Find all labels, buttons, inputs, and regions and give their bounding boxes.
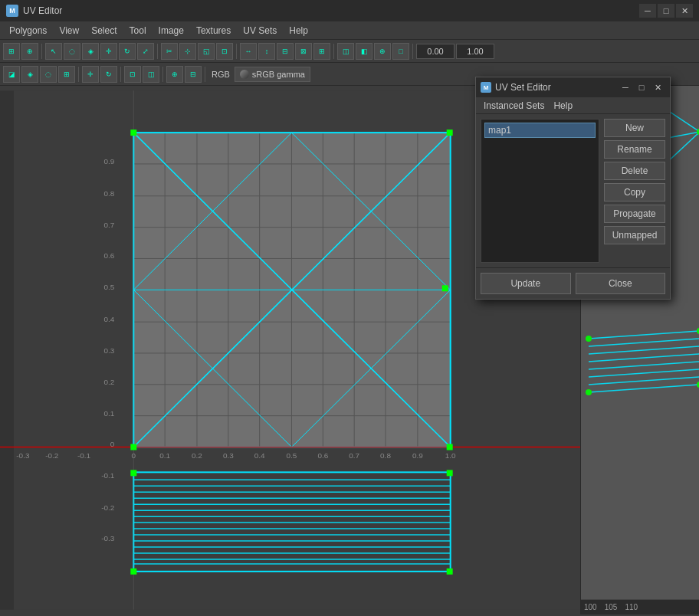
svg-rect-63 — [447, 568, 453, 575]
align2-btn[interactable]: ⊟ — [185, 66, 202, 83]
dialog-title-bar: M UV Set Editor ─ □ ✕ — [476, 77, 670, 97]
propagate-button[interactable]: Propagate — [604, 205, 665, 223]
new-button[interactable]: New — [604, 119, 665, 137]
display2-btn[interactable]: ◧ — [356, 43, 372, 60]
value2-input[interactable] — [456, 44, 494, 59]
menu-view[interactable]: View — [53, 24, 85, 38]
display1-btn[interactable]: ◫ — [337, 43, 354, 60]
menu-help[interactable]: Help — [283, 24, 314, 38]
uv-set-editor-dialog: M UV Set Editor ─ □ ✕ Instanced Sets Hel… — [475, 77, 671, 300]
menu-textures[interactable]: Textures — [190, 24, 237, 38]
dialog-menu-instanced[interactable]: Instanced Sets — [479, 99, 549, 113]
menu-image[interactable]: Image — [153, 24, 190, 38]
svg-text:0.7: 0.7 — [349, 451, 359, 460]
sew-btn[interactable]: ⊹ — [179, 43, 196, 60]
ruler-label-100: 100 — [584, 603, 597, 611]
optimize2-btn[interactable]: ◌ — [40, 66, 57, 83]
checker-btn[interactable]: ⊕ — [374, 43, 391, 60]
svg-rect-58 — [130, 444, 136, 451]
grid2-btn[interactable]: ⊞ — [58, 66, 75, 83]
minimize-button[interactable]: ─ — [639, 4, 656, 18]
ruler-label-110: 110 — [625, 603, 638, 611]
maximize-button[interactable]: □ — [658, 4, 674, 18]
svg-text:0.4: 0.4 — [254, 451, 265, 460]
dialog-minimize-btn[interactable]: ─ — [618, 80, 633, 94]
ruler-label-105: 105 — [605, 603, 618, 611]
srgb-gamma-label: sRGB gamma — [252, 70, 305, 79]
layout-btn[interactable]: ⊡ — [216, 43, 233, 60]
svg-text:0.5: 0.5 — [287, 451, 297, 460]
unfold-btn[interactable]: ◱ — [198, 43, 215, 60]
display4-btn[interactable]: ⊡ — [124, 66, 141, 83]
svg-text:0.1: 0.1 — [159, 451, 170, 460]
dialog-title: UV Set Editor — [495, 82, 618, 93]
svg-text:0.2: 0.2 — [104, 378, 115, 386]
display5-btn[interactable]: ◫ — [143, 66, 159, 83]
cut-btn[interactable]: ✂ — [161, 43, 178, 60]
unmapped-button[interactable]: Unmapped — [604, 226, 665, 244]
sep-7 — [120, 67, 121, 82]
pin2-btn[interactable]: ◈ — [21, 66, 38, 83]
scale-btn[interactable]: ⤢ — [137, 43, 154, 60]
srgb-gamma-btn[interactable]: sRGB gamma — [235, 67, 310, 82]
svg-text:0.1: 0.1 — [104, 409, 115, 418]
uv-set-list[interactable]: map1 — [481, 119, 599, 263]
dialog-maximize-btn[interactable]: □ — [634, 80, 649, 94]
menu-bar: Polygons View Select Tool Image Textures… — [0, 21, 699, 40]
dialog-menu-help[interactable]: Help — [549, 99, 577, 113]
svg-text:0.7: 0.7 — [104, 221, 115, 229]
svg-rect-59 — [447, 444, 453, 451]
stack-btn[interactable]: ⊞ — [313, 43, 330, 60]
close-button[interactable]: ✕ — [676, 4, 693, 18]
close-dialog-button[interactable]: Close — [576, 273, 666, 294]
delete-button[interactable]: Delete — [604, 162, 665, 180]
grid-btn[interactable]: ⊞ — [3, 43, 20, 60]
menu-select[interactable]: Select — [85, 24, 123, 38]
svg-text:0.6: 0.6 — [104, 251, 115, 260]
uv-set-item-map1[interactable]: map1 — [484, 123, 596, 138]
svg-text:0.3: 0.3 — [223, 451, 234, 460]
display3-btn[interactable]: ◪ — [3, 66, 20, 83]
distribute-btn[interactable]: ⊠ — [295, 43, 312, 60]
update-button[interactable]: Update — [481, 273, 571, 294]
snap-btn[interactable]: ⊕ — [21, 43, 38, 60]
svg-text:0.3: 0.3 — [104, 346, 115, 355]
svg-text:0.9: 0.9 — [104, 157, 115, 165]
flip-v-btn[interactable]: ↕ — [258, 43, 275, 60]
move2-btn[interactable]: ⊕ — [166, 66, 183, 83]
lasso-btn[interactable]: ◌ — [64, 43, 80, 60]
paint-select-btn[interactable]: ◈ — [82, 43, 99, 60]
sep-5 — [412, 44, 413, 59]
copy-button[interactable]: Copy — [604, 183, 665, 202]
select-arrow-btn[interactable]: ↖ — [45, 43, 62, 60]
svg-text:0.6: 0.6 — [317, 451, 328, 460]
title-bar: M UV Editor ─ □ ✕ — [0, 0, 699, 21]
app-icon: M — [6, 5, 18, 17]
svg-text:0.9: 0.9 — [412, 451, 423, 460]
app-title: UV Editor — [23, 5, 639, 16]
align-btn[interactable]: ⊟ — [277, 43, 294, 60]
wireframe-btn[interactable]: □ — [392, 43, 409, 60]
move-btn[interactable]: ✛ — [100, 43, 117, 60]
rename-button[interactable]: Rename — [604, 140, 665, 159]
ruler-bottom: 100 105 110 — [581, 599, 699, 614]
svg-point-110 — [586, 389, 592, 395]
svg-point-109 — [586, 336, 592, 342]
menu-uvsets[interactable]: UV Sets — [237, 24, 283, 38]
snap2-btn[interactable]: ✛ — [82, 66, 99, 83]
svg-text:0.8: 0.8 — [104, 189, 115, 198]
rotate-btn[interactable]: ↻ — [119, 43, 136, 60]
rotate2-btn[interactable]: ↻ — [100, 66, 117, 83]
menu-tool[interactable]: Tool — [123, 24, 153, 38]
dialog-body: map1 New Rename Delete Copy Propagate Un… — [476, 114, 670, 267]
dialog-close-btn[interactable]: ✕ — [650, 80, 665, 94]
value1-input[interactable] — [416, 44, 455, 59]
svg-rect-57 — [447, 129, 453, 136]
sep-6 — [78, 67, 79, 82]
menu-polygons[interactable]: Polygons — [3, 24, 53, 38]
dialog-footer: Update Close — [476, 267, 670, 299]
svg-text:-0.2: -0.2 — [45, 451, 59, 460]
flip-h-btn[interactable]: ↔ — [240, 43, 257, 60]
svg-text:0: 0 — [132, 451, 136, 460]
sep-4 — [333, 44, 334, 59]
